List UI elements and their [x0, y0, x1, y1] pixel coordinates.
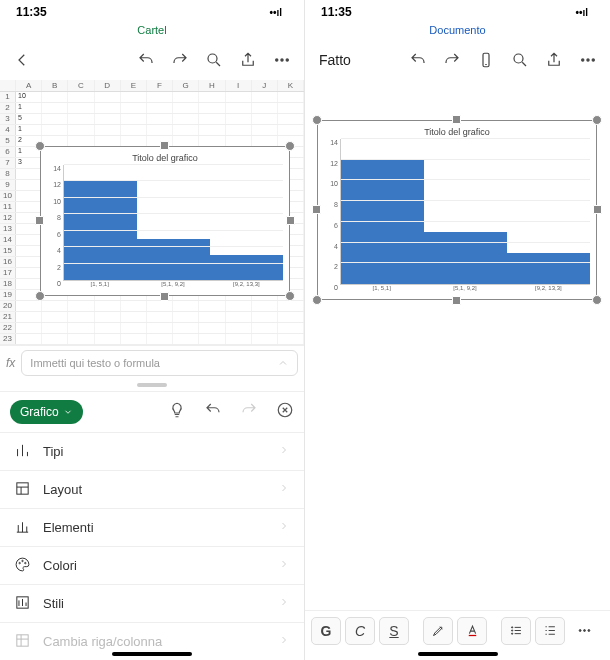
resize-handle[interactable] [452, 115, 461, 124]
resize-handle[interactable] [35, 141, 45, 151]
resize-handle[interactable] [35, 216, 44, 225]
resize-handle[interactable] [312, 295, 322, 305]
status-bar: 11:35 ••ıl [0, 0, 304, 24]
status-icons: ••ıl [575, 7, 594, 18]
spreadsheet[interactable]: ABCDEFGHIJK 1102135415261738910111213141… [0, 80, 304, 345]
highlight-button[interactable] [423, 617, 453, 645]
pill-label: Grafico [20, 405, 59, 419]
x-axis: [1, 5,1][5,1, 9,2][9,2, 13,3] [340, 285, 590, 291]
chevron-right-icon [278, 482, 290, 497]
svg-point-5 [286, 59, 288, 61]
styles-icon [14, 594, 31, 614]
italic-button[interactable]: C [345, 617, 375, 645]
close-icon[interactable] [276, 401, 294, 423]
mobile-view-button[interactable] [472, 46, 500, 74]
status-bar: 11:35 ••ıl [305, 0, 610, 24]
svg-rect-7 [17, 482, 28, 493]
formula-input[interactable]: Immetti qui testo o formula [21, 350, 298, 376]
y-axis: 14121086420 [47, 165, 63, 287]
chart-object[interactable]: Titolo del grafico 14121086420 [1, 5,1][… [317, 120, 597, 300]
excel-pane: 11:35 ••ıl Cartel ABCDEFGHIJK 1102135415… [0, 0, 305, 660]
strike-button[interactable]: S [379, 617, 409, 645]
resize-handle[interactable] [286, 216, 295, 225]
resize-handle[interactable] [452, 296, 461, 305]
share-button[interactable] [234, 46, 262, 74]
chart-inner: Titolo del grafico 14121086420 [1, 5,1][… [324, 127, 590, 293]
svg-point-23 [511, 633, 512, 634]
resize-handle[interactable] [593, 205, 602, 214]
chevron-right-icon [278, 520, 290, 535]
menu-item-elements[interactable]: Elementi [0, 508, 304, 546]
resize-handle[interactable] [592, 295, 602, 305]
undo-button[interactable] [132, 46, 160, 74]
more-button[interactable] [268, 46, 296, 74]
svg-point-22 [511, 630, 512, 631]
formula-placeholder: Immetti qui testo o formula [30, 357, 160, 369]
chevron-right-icon [278, 444, 290, 459]
menu-item-colors[interactable]: Colori [0, 546, 304, 584]
resize-handle[interactable] [312, 115, 322, 125]
menu-label: Colori [43, 558, 77, 573]
resize-handle[interactable] [160, 141, 169, 150]
redo-button[interactable] [166, 46, 194, 74]
chevron-right-icon [278, 634, 290, 649]
resize-handle[interactable] [592, 115, 602, 125]
svg-point-4 [281, 59, 283, 61]
lightbulb-icon[interactable] [168, 401, 186, 423]
resize-handle[interactable] [285, 141, 295, 151]
elements-icon [14, 518, 31, 538]
svg-point-17 [582, 59, 584, 61]
signal-icon: ••ıl [269, 7, 282, 18]
doc-type-label: Documento [305, 24, 610, 40]
svg-point-10 [25, 562, 26, 563]
home-indicator [418, 652, 498, 656]
bold-button[interactable]: G [311, 617, 341, 645]
numbered-list-button[interactable] [535, 617, 565, 645]
resize-handle[interactable] [285, 291, 295, 301]
menu-item-styles[interactable]: Stili [0, 584, 304, 622]
search-button[interactable] [200, 46, 228, 74]
back-button[interactable] [8, 46, 36, 74]
home-indicator [112, 652, 192, 656]
menu-label: Tipi [43, 444, 63, 459]
status-icons: ••ıl [269, 7, 288, 18]
menu-label: Stili [43, 596, 64, 611]
more-button[interactable] [574, 46, 602, 74]
chevron-right-icon [278, 596, 290, 611]
font-color-button[interactable] [457, 617, 487, 645]
menu-label: Elementi [43, 520, 94, 535]
chart-plot [63, 165, 283, 281]
types-icon [14, 442, 31, 462]
svg-point-19 [592, 59, 594, 61]
column-headers: ABCDEFGHIJK [0, 80, 304, 92]
done-button[interactable]: Fatto [313, 52, 357, 68]
svg-rect-12 [17, 634, 28, 645]
svg-point-8 [19, 562, 20, 563]
undo-button[interactable] [404, 46, 432, 74]
svg-point-24 [579, 630, 581, 632]
resize-handle[interactable] [35, 291, 45, 301]
doc-type-label: Cartel [0, 24, 304, 40]
chart-title: Titolo del grafico [324, 127, 590, 137]
chevron-down-icon [63, 407, 73, 417]
grafico-pill[interactable]: Grafico [10, 400, 83, 424]
chart-panel: Grafico TipiLayoutElementiColoriStiliCam… [0, 391, 304, 660]
more-format-button[interactable] [569, 617, 599, 645]
document-area[interactable]: Titolo del grafico 14121086420 [1, 5,1][… [305, 80, 610, 660]
panel-grabber[interactable] [0, 379, 304, 391]
svg-point-21 [511, 627, 512, 628]
resize-handle[interactable] [312, 205, 321, 214]
svg-point-16 [514, 54, 523, 63]
menu-item-types[interactable]: Tipi [0, 432, 304, 470]
resize-handle[interactable] [160, 292, 169, 301]
menu-item-layout[interactable]: Layout [0, 470, 304, 508]
fx-label: fx [6, 356, 15, 370]
redo-button[interactable] [438, 46, 466, 74]
undo-icon[interactable] [204, 401, 222, 423]
chart-object[interactable]: Titolo del grafico 14121086420 [1, 5,1][… [40, 146, 290, 296]
chart-inner: Titolo del grafico 14121086420 [1, 5,1][… [47, 153, 283, 289]
search-button[interactable] [506, 46, 534, 74]
bullet-list-button[interactable] [501, 617, 531, 645]
share-button[interactable] [540, 46, 568, 74]
y-axis: 14121086420 [324, 139, 340, 291]
